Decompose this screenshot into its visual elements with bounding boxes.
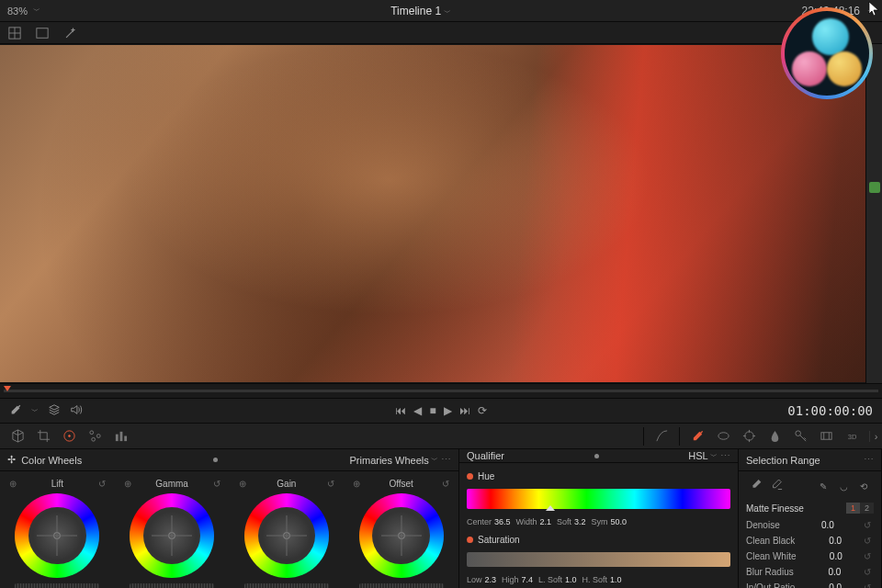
finesse-reset-icon[interactable]: ↺ (861, 520, 874, 530)
picker-add-icon[interactable] (748, 478, 764, 494)
key-tool-icon[interactable] (788, 426, 812, 447)
finesse-value-input[interactable]: 0.0 (815, 551, 842, 561)
feather-icon[interactable]: ✎ (815, 478, 831, 494)
zoom-level[interactable]: 83% (7, 6, 28, 17)
colorwheels-mode[interactable]: Primaries Wheels (350, 455, 429, 466)
expand-right-icon[interactable]: › (869, 431, 882, 442)
wheel-expand-icon[interactable]: ⊕ (239, 479, 246, 489)
selection-menu-icon[interactable]: ⋯ (864, 454, 874, 466)
colorwheels-menu-icon[interactable]: ⋯ (441, 454, 451, 466)
wheel-expand-icon[interactable]: ⊕ (124, 479, 131, 489)
ellipse-tool-icon[interactable] (711, 426, 735, 447)
timeline-scrubber[interactable] (4, 390, 878, 392)
grid-view-icon[interactable] (6, 25, 24, 41)
hue-soft-input[interactable]: 3.2 (574, 517, 586, 526)
hue-width-input[interactable]: 2.1 (540, 517, 552, 526)
zoom-chevron-icon[interactable]: ﹀ (33, 6, 40, 16)
sizing-tool-icon[interactable] (814, 426, 838, 447)
viewer-image[interactable] (0, 45, 865, 382)
color-wheel[interactable] (359, 493, 444, 578)
first-frame-button[interactable]: ⏮ (395, 404, 406, 417)
sat-low-label: Low (467, 575, 482, 584)
magic-wand-icon[interactable] (61, 25, 79, 41)
finesse-value-input[interactable]: 0.0 (814, 536, 842, 546)
eyedropper-icon[interactable] (9, 403, 22, 419)
finesse-reset-icon[interactable]: ↺ (861, 536, 874, 546)
single-view-icon[interactable] (33, 25, 51, 41)
finesse-value-input[interactable]: 0.0 (813, 567, 841, 577)
wheel-slider[interactable] (359, 583, 444, 588)
sat-enable-icon[interactable] (467, 537, 473, 543)
qualifier-menu-icon[interactable]: ⋯ (720, 450, 730, 462)
finesse-label: Blur Radius (746, 567, 794, 577)
speaker-icon[interactable] (70, 403, 83, 419)
svg-point-13 (744, 432, 752, 440)
layers-icon[interactable] (48, 403, 61, 419)
finesse-reset-icon[interactable]: ↺ (861, 582, 874, 588)
hue-sym-input[interactable]: 50.0 (611, 517, 628, 526)
sat-hsoft-input[interactable]: 1.0 (610, 575, 622, 584)
sliders-tool-icon[interactable] (83, 426, 107, 447)
matte-tab-2[interactable]: 2 (860, 503, 874, 514)
hue-center-input[interactable]: 36.5 (494, 517, 511, 526)
play-button[interactable]: ▶ (444, 404, 452, 417)
bars-tool-icon[interactable] (108, 426, 132, 447)
svg-rect-9 (115, 435, 118, 442)
wheel-reset-icon[interactable]: ↺ (442, 479, 449, 489)
transport-timecode: 01:00:00:00 (735, 403, 873, 418)
svg-point-7 (96, 435, 100, 438)
sat-label: Saturation (478, 535, 520, 545)
three-d-tool-icon[interactable]: 3D (840, 426, 864, 447)
loop-button[interactable]: ⟳ (478, 404, 487, 417)
curves-tool-icon[interactable] (650, 426, 673, 447)
finesse-reset-icon[interactable]: ↺ (861, 551, 874, 561)
cursor-icon (868, 1, 881, 19)
cube-tool-icon[interactable] (6, 426, 29, 447)
svg-rect-15 (820, 433, 831, 440)
softness-icon[interactable]: ◡ (835, 478, 852, 494)
qualifier-mode[interactable]: HSL (688, 450, 707, 461)
picker-sub-icon[interactable] (768, 478, 785, 494)
mode-chevron-icon[interactable]: ﹀ (429, 455, 438, 465)
colorwheels-tool-icon[interactable]: ✢ (7, 454, 16, 466)
timeline-title[interactable]: Timeline 1 (390, 5, 441, 17)
color-wheel[interactable] (244, 493, 329, 578)
keyframe-dot-icon[interactable] (213, 458, 218, 462)
prev-button[interactable]: ◀ (413, 404, 422, 417)
crop-tool-icon[interactable] (31, 426, 55, 447)
qual-chevron-icon[interactable]: ﹀ (708, 451, 718, 461)
qualifier-keyframe-icon[interactable] (594, 454, 599, 458)
color-wheel[interactable] (130, 493, 214, 578)
last-frame-button[interactable]: ⏭ (459, 404, 470, 417)
hue-bar[interactable] (467, 489, 730, 509)
finesse-reset-icon[interactable]: ↺ (861, 567, 874, 577)
finesse-value-input[interactable]: 0.0 (807, 520, 834, 530)
sat-low-input[interactable]: 2.3 (485, 575, 497, 584)
color-wheel[interactable] (15, 493, 99, 578)
invert-icon[interactable]: ⟲ (855, 478, 872, 494)
wheel-slider[interactable] (15, 583, 99, 588)
wheel-reset-icon[interactable]: ↺ (98, 479, 106, 489)
node-indicator-icon[interactable] (869, 182, 880, 193)
saturation-bar[interactable] (467, 552, 730, 567)
stop-button[interactable]: ■ (429, 404, 435, 417)
wheel-reset-icon[interactable]: ↺ (213, 479, 220, 489)
picker-tool-icon[interactable] (685, 426, 709, 447)
wheel-expand-icon[interactable]: ⊕ (9, 479, 17, 489)
eyedropper-chevron[interactable]: ﹀ (31, 406, 39, 416)
wheel-slider[interactable] (130, 583, 214, 588)
matte-tab-1[interactable]: 1 (846, 503, 860, 514)
wheel-expand-icon[interactable]: ⊕ (353, 479, 360, 489)
sat-lsoft-input[interactable]: 1.0 (565, 575, 577, 584)
target-tool-icon[interactable] (57, 426, 81, 447)
title-chevron-icon[interactable]: ﹀ (444, 8, 451, 17)
finesse-value-input[interactable]: 0.0 (814, 582, 842, 588)
track-tool-icon[interactable] (737, 426, 761, 447)
wheel-reset-icon[interactable]: ↺ (327, 479, 334, 489)
wheel-slider[interactable] (244, 583, 329, 588)
hue-enable-icon[interactable] (467, 473, 473, 480)
finesse-label: Denoise (746, 520, 780, 530)
finesse-label: Clean White (746, 551, 796, 561)
sat-high-input[interactable]: 7.4 (522, 575, 534, 584)
blur-tool-icon[interactable] (763, 426, 786, 447)
